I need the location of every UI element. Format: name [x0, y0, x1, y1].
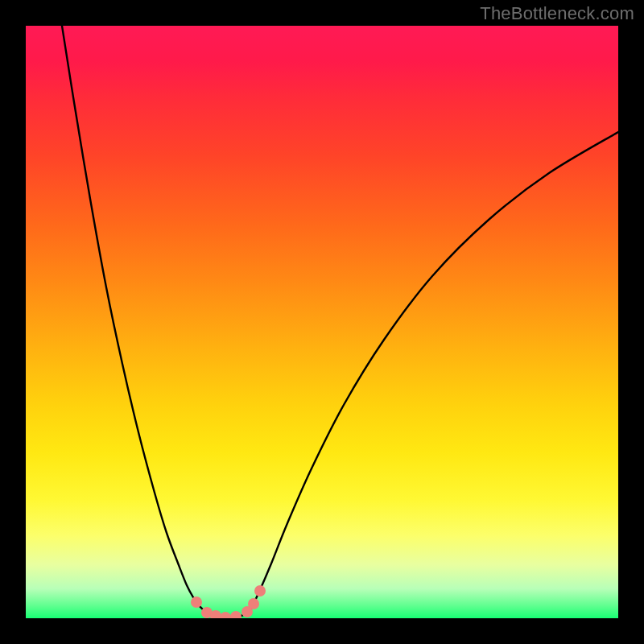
- marker-group: [191, 585, 266, 618]
- curve-group: [62, 26, 618, 617]
- chart-frame: TheBottleneck.com: [0, 0, 644, 644]
- highlight-dot-7: [254, 585, 266, 597]
- highlight-dot-3: [220, 612, 231, 618]
- right-branch-path: [250, 132, 618, 610]
- left-branch-path: [62, 26, 204, 610]
- highlight-dot-0: [191, 597, 202, 608]
- watermark-text: TheBottleneck.com: [480, 3, 634, 24]
- highlight-dot-4: [230, 611, 242, 618]
- highlight-dot-6: [248, 598, 259, 609]
- chart-svg: [26, 26, 618, 618]
- plot-area: [26, 26, 618, 618]
